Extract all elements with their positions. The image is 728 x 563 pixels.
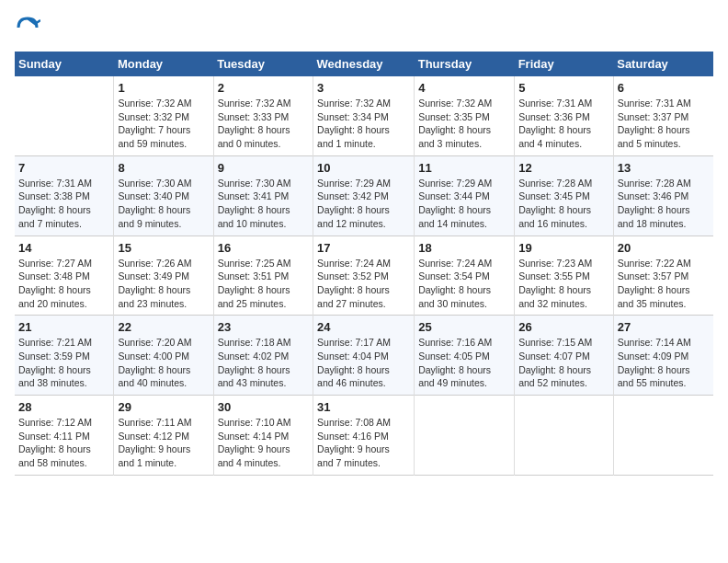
- day-info: Sunrise: 7:31 AM Sunset: 3:37 PM Dayligh…: [618, 97, 710, 151]
- day-number: 31: [317, 400, 410, 414]
- calendar-cell: 29Sunrise: 7:11 AM Sunset: 4:12 PM Dayli…: [114, 396, 213, 476]
- day-number: 26: [518, 320, 609, 334]
- week-row-4: 21Sunrise: 7:21 AM Sunset: 3:59 PM Dayli…: [15, 316, 713, 396]
- day-info: Sunrise: 7:26 AM Sunset: 3:49 PM Dayligh…: [118, 257, 209, 311]
- calendar-cell: 31Sunrise: 7:08 AM Sunset: 4:16 PM Dayli…: [313, 396, 415, 476]
- day-number: 12: [518, 161, 609, 175]
- header-tuesday: Tuesday: [213, 52, 313, 76]
- calendar-cell: 21Sunrise: 7:21 AM Sunset: 3:59 PM Dayli…: [15, 316, 114, 396]
- week-row-5: 28Sunrise: 7:12 AM Sunset: 4:11 PM Dayli…: [15, 396, 713, 476]
- day-info: Sunrise: 7:12 AM Sunset: 4:11 PM Dayligh…: [18, 416, 109, 470]
- day-number: 22: [118, 320, 209, 334]
- calendar-table: SundayMondayTuesdayWednesdayThursdayFrid…: [15, 52, 713, 476]
- calendar-cell: 1Sunrise: 7:32 AM Sunset: 3:32 PM Daylig…: [114, 76, 213, 155]
- day-number: 27: [618, 320, 710, 334]
- calendar-cell: [15, 76, 114, 155]
- day-number: 16: [218, 241, 309, 255]
- calendar-cell: 19Sunrise: 7:23 AM Sunset: 3:55 PM Dayli…: [515, 236, 614, 316]
- day-info: Sunrise: 7:29 AM Sunset: 3:44 PM Dayligh…: [418, 177, 510, 231]
- day-number: 24: [317, 320, 410, 334]
- day-info: Sunrise: 7:24 AM Sunset: 3:54 PM Dayligh…: [418, 257, 510, 311]
- header-monday: Monday: [114, 52, 213, 76]
- page-header: [15, 15, 713, 40]
- day-info: Sunrise: 7:30 AM Sunset: 3:40 PM Dayligh…: [118, 177, 209, 231]
- calendar-cell: 3Sunrise: 7:32 AM Sunset: 3:34 PM Daylig…: [313, 76, 415, 155]
- day-number: 17: [317, 241, 410, 255]
- calendar-cell: 4Sunrise: 7:32 AM Sunset: 3:35 PM Daylig…: [415, 76, 515, 155]
- day-info: Sunrise: 7:32 AM Sunset: 3:35 PM Dayligh…: [418, 97, 510, 151]
- day-info: Sunrise: 7:25 AM Sunset: 3:51 PM Dayligh…: [218, 257, 309, 311]
- day-number: 7: [18, 161, 109, 175]
- calendar-cell: 22Sunrise: 7:20 AM Sunset: 4:00 PM Dayli…: [114, 316, 213, 396]
- day-info: Sunrise: 7:22 AM Sunset: 3:57 PM Dayligh…: [618, 257, 710, 311]
- calendar-cell: 2Sunrise: 7:32 AM Sunset: 3:33 PM Daylig…: [213, 76, 313, 155]
- day-info: Sunrise: 7:10 AM Sunset: 4:14 PM Dayligh…: [218, 416, 309, 470]
- day-number: 5: [518, 81, 609, 95]
- day-number: 18: [418, 241, 510, 255]
- day-number: 19: [518, 241, 609, 255]
- calendar-cell: 24Sunrise: 7:17 AM Sunset: 4:04 PM Dayli…: [313, 316, 415, 396]
- calendar-cell: 13Sunrise: 7:28 AM Sunset: 3:46 PM Dayli…: [613, 155, 713, 236]
- calendar-cell: 8Sunrise: 7:30 AM Sunset: 3:40 PM Daylig…: [114, 155, 213, 236]
- calendar-cell: 12Sunrise: 7:28 AM Sunset: 3:45 PM Dayli…: [515, 155, 614, 236]
- day-info: Sunrise: 7:11 AM Sunset: 4:12 PM Dayligh…: [118, 416, 209, 470]
- day-number: 30: [218, 400, 309, 414]
- day-info: Sunrise: 7:30 AM Sunset: 3:41 PM Dayligh…: [218, 177, 309, 231]
- calendar-cell: 5Sunrise: 7:31 AM Sunset: 3:36 PM Daylig…: [515, 76, 614, 155]
- day-info: Sunrise: 7:24 AM Sunset: 3:52 PM Dayligh…: [317, 257, 410, 311]
- day-info: Sunrise: 7:08 AM Sunset: 4:16 PM Dayligh…: [317, 416, 410, 470]
- day-info: Sunrise: 7:32 AM Sunset: 3:34 PM Dayligh…: [317, 97, 410, 151]
- day-number: 10: [317, 161, 410, 175]
- calendar-cell: 26Sunrise: 7:15 AM Sunset: 4:07 PM Dayli…: [515, 316, 614, 396]
- day-number: 11: [418, 161, 510, 175]
- calendar-cell: 28Sunrise: 7:12 AM Sunset: 4:11 PM Dayli…: [15, 396, 114, 476]
- header-row: SundayMondayTuesdayWednesdayThursdayFrid…: [15, 52, 713, 76]
- calendar-cell: 15Sunrise: 7:26 AM Sunset: 3:49 PM Dayli…: [114, 236, 213, 316]
- week-row-3: 14Sunrise: 7:27 AM Sunset: 3:48 PM Dayli…: [15, 236, 713, 316]
- calendar-cell: 14Sunrise: 7:27 AM Sunset: 3:48 PM Dayli…: [15, 236, 114, 316]
- calendar-cell: 9Sunrise: 7:30 AM Sunset: 3:41 PM Daylig…: [213, 155, 313, 236]
- calendar-cell: [515, 396, 614, 476]
- calendar-cell: [613, 396, 713, 476]
- day-info: Sunrise: 7:21 AM Sunset: 3:59 PM Dayligh…: [18, 336, 109, 390]
- day-info: Sunrise: 7:27 AM Sunset: 3:48 PM Dayligh…: [18, 257, 109, 311]
- day-info: Sunrise: 7:16 AM Sunset: 4:05 PM Dayligh…: [418, 336, 510, 390]
- logo-icon: [15, 15, 40, 40]
- day-info: Sunrise: 7:20 AM Sunset: 4:00 PM Dayligh…: [118, 336, 209, 390]
- calendar-cell: 30Sunrise: 7:10 AM Sunset: 4:14 PM Dayli…: [213, 396, 313, 476]
- day-number: 21: [18, 320, 109, 334]
- calendar-cell: 25Sunrise: 7:16 AM Sunset: 4:05 PM Dayli…: [415, 316, 515, 396]
- day-number: 29: [118, 400, 209, 414]
- day-info: Sunrise: 7:14 AM Sunset: 4:09 PM Dayligh…: [618, 336, 710, 390]
- day-number: 23: [218, 320, 309, 334]
- day-number: 15: [118, 241, 209, 255]
- day-info: Sunrise: 7:15 AM Sunset: 4:07 PM Dayligh…: [518, 336, 609, 390]
- day-number: 4: [418, 81, 510, 95]
- day-number: 8: [118, 161, 209, 175]
- week-row-2: 7Sunrise: 7:31 AM Sunset: 3:38 PM Daylig…: [15, 155, 713, 236]
- day-number: 1: [118, 81, 209, 95]
- day-info: Sunrise: 7:31 AM Sunset: 3:36 PM Dayligh…: [518, 97, 609, 151]
- day-number: 13: [618, 161, 710, 175]
- day-info: Sunrise: 7:28 AM Sunset: 3:46 PM Dayligh…: [618, 177, 710, 231]
- calendar-cell: 16Sunrise: 7:25 AM Sunset: 3:51 PM Dayli…: [213, 236, 313, 316]
- day-info: Sunrise: 7:32 AM Sunset: 3:32 PM Dayligh…: [118, 97, 209, 151]
- day-number: 20: [618, 241, 710, 255]
- calendar-cell: 11Sunrise: 7:29 AM Sunset: 3:44 PM Dayli…: [415, 155, 515, 236]
- calendar-cell: 17Sunrise: 7:24 AM Sunset: 3:52 PM Dayli…: [313, 236, 415, 316]
- calendar-cell: 20Sunrise: 7:22 AM Sunset: 3:57 PM Dayli…: [613, 236, 713, 316]
- day-info: Sunrise: 7:31 AM Sunset: 3:38 PM Dayligh…: [18, 177, 109, 231]
- day-info: Sunrise: 7:29 AM Sunset: 3:42 PM Dayligh…: [317, 177, 410, 231]
- day-info: Sunrise: 7:28 AM Sunset: 3:45 PM Dayligh…: [518, 177, 609, 231]
- calendar-cell: 6Sunrise: 7:31 AM Sunset: 3:37 PM Daylig…: [613, 76, 713, 155]
- day-number: 3: [317, 81, 410, 95]
- logo: [15, 15, 44, 40]
- header-sunday: Sunday: [15, 52, 114, 76]
- header-saturday: Saturday: [613, 52, 713, 76]
- header-thursday: Thursday: [415, 52, 515, 76]
- header-wednesday: Wednesday: [313, 52, 415, 76]
- week-row-1: 1Sunrise: 7:32 AM Sunset: 3:32 PM Daylig…: [15, 76, 713, 155]
- day-number: 6: [618, 81, 710, 95]
- day-number: 9: [218, 161, 309, 175]
- calendar-cell: 18Sunrise: 7:24 AM Sunset: 3:54 PM Dayli…: [415, 236, 515, 316]
